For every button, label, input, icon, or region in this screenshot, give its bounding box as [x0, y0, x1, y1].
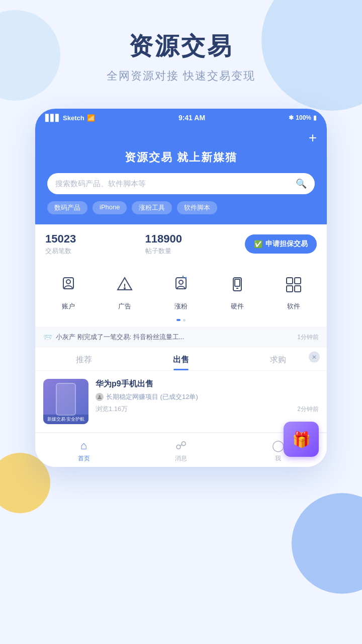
- search-bar[interactable]: 搜索数码产品、软件脚本等 🔍: [47, 173, 315, 194]
- dot-active: [176, 319, 180, 321]
- dot-indicators: [35, 315, 327, 327]
- category-account-label: 账户: [62, 302, 75, 311]
- phone-silhouette: [56, 383, 76, 416]
- svg-point-1: [66, 280, 70, 284]
- status-right: ✱ 100% ▮: [289, 114, 317, 121]
- listing-time: 2分钟前: [297, 405, 319, 414]
- nav-message-label: 消息: [175, 454, 187, 463]
- svg-point-4: [124, 288, 125, 289]
- ticker-time: 1分钟前: [297, 333, 319, 342]
- listing-meta: 浏览1.16万 2分钟前: [96, 401, 319, 414]
- category-ad[interactable]: 广告: [112, 272, 138, 311]
- stat-posts: 118900 帖子数量: [145, 232, 245, 256]
- tag-chips: 数码产品 iPhone 涨粉工具 软件脚本: [45, 201, 317, 214]
- nav-home-label: 首页: [78, 454, 90, 463]
- dot-inactive: [183, 319, 186, 321]
- plus-button[interactable]: +: [309, 130, 317, 146]
- nav-profile[interactable]: ◯ 我: [272, 439, 285, 463]
- stat-trades: 15023 交易笔数: [45, 232, 145, 256]
- nav-message[interactable]: ☍ 消息: [175, 439, 187, 463]
- ticker-text: 小灰产 刚完成了一笔交易: 抖音粉丝流量工...: [56, 333, 293, 342]
- stats-row: 15023 交易笔数 118900 帖子数量 ✅ 申请担保交易: [35, 224, 327, 264]
- software-icon: [281, 272, 307, 298]
- listing-info: 华为p9手机出售 长期稳定网赚项目 (已成交12单) 浏览1.16万 2分钟前: [96, 379, 319, 414]
- posts-number: 118900: [145, 232, 245, 246]
- tab-sell[interactable]: 出售: [173, 355, 189, 370]
- chip-fans[interactable]: 涨粉工具: [132, 201, 172, 214]
- trades-number: 15023: [45, 232, 145, 246]
- nav-profile-label: 我: [275, 454, 281, 463]
- signal-icon: ▋▋▋: [45, 114, 60, 122]
- trades-label: 交易笔数: [45, 247, 145, 256]
- page-header: 资源交易 全网资源对接 快速交易变现: [0, 0, 362, 94]
- listing-seller: 长期稳定网赚项目 (已成交12单): [96, 392, 319, 401]
- category-row: 账户 广告: [35, 264, 327, 315]
- seller-name: 长期稳定网赚项目 (已成交12单): [106, 392, 198, 401]
- ad-icon: [112, 272, 138, 298]
- fans-icon: [168, 272, 194, 298]
- chip-iphone[interactable]: iPhone: [93, 201, 127, 214]
- svg-point-16: [99, 395, 101, 397]
- home-icon: ⌂: [80, 439, 87, 452]
- search-placeholder: 搜索数码产品、软件脚本等: [55, 179, 296, 189]
- category-hardware[interactable]: 硬件: [224, 272, 250, 311]
- carrier-name: Sketch: [63, 114, 84, 122]
- tab-close-button[interactable]: ✕: [309, 351, 320, 362]
- account-icon: [55, 272, 81, 298]
- tab-buy-label: 求购: [270, 355, 286, 364]
- promo-badge-icon: 🎁: [284, 422, 319, 457]
- phone-frame: ▋▋▋ Sketch 📶 9:41 AM ✱ 100% ▮ + 资源交易 就上新…: [35, 109, 327, 467]
- phone-wrapper: ▋▋▋ Sketch 📶 9:41 AM ✱ 100% ▮ + 资源交易 就上新…: [0, 109, 362, 467]
- ticker-icon: 📨: [43, 333, 52, 341]
- page-subtitle: 全网资源对接 快速交易变现: [0, 68, 362, 84]
- promo-badge[interactable]: 🎁: [284, 422, 319, 457]
- svg-point-6: [179, 280, 183, 284]
- svg-rect-10: [235, 279, 240, 286]
- svg-rect-15: [295, 286, 301, 292]
- svg-rect-13: [295, 278, 301, 284]
- app-header-top: +: [45, 130, 317, 146]
- category-software[interactable]: 软件: [281, 272, 307, 311]
- category-hardware-label: 硬件: [231, 302, 244, 311]
- tab-row: 推荐 出售 求购 ✕: [35, 348, 327, 371]
- posts-label: 帖子数量: [145, 247, 245, 256]
- status-time: 9:41 AM: [178, 114, 205, 122]
- svg-rect-12: [287, 278, 293, 284]
- status-bar: ▋▋▋ Sketch 📶 9:41 AM ✱ 100% ▮: [35, 109, 327, 125]
- app-header: + 资源交易 就上新媒猫 搜索数码产品、软件脚本等 🔍 数码产品 iPhone …: [35, 125, 327, 224]
- tab-recommend-label: 推荐: [76, 355, 92, 364]
- listing-image: 新媒交易·安全护航: [43, 379, 88, 424]
- profile-icon: ◯: [272, 439, 285, 452]
- tab-buy[interactable]: 求购: [270, 355, 286, 370]
- svg-rect-14: [287, 286, 293, 292]
- message-icon: ☍: [175, 439, 187, 452]
- category-fans-label: 涨粉: [174, 302, 188, 311]
- seller-avatar: [96, 393, 104, 401]
- bluetooth-icon: ✱: [289, 114, 294, 121]
- category-fans[interactable]: 涨粉: [168, 272, 194, 311]
- listing-views: 浏览1.16万: [96, 405, 128, 414]
- listing-image-label: 新媒交易·安全护航: [43, 415, 88, 424]
- app-header-title: 资源交易 就上新媒猫: [45, 150, 317, 165]
- status-left: ▋▋▋ Sketch 📶: [45, 114, 95, 122]
- tab-recommend[interactable]: 推荐: [76, 355, 92, 370]
- wifi-icon: 📶: [87, 114, 95, 122]
- hardware-icon: [224, 272, 250, 298]
- listing-card[interactable]: 新媒交易·安全护航 华为p9手机出售 长期稳定网赚项目 (已成交12单) 浏览1…: [35, 371, 327, 433]
- page-title: 资源交易: [0, 30, 362, 62]
- guarantee-button[interactable]: ✅ 申请担保交易: [245, 234, 317, 254]
- guarantee-label: 申请担保交易: [265, 239, 308, 249]
- search-icon[interactable]: 🔍: [296, 178, 307, 189]
- tab-sell-label: 出售: [173, 355, 189, 364]
- shield-icon: ✅: [254, 240, 262, 248]
- bg-blob-bottom-right: [292, 493, 362, 594]
- chip-software[interactable]: 软件脚本: [177, 201, 217, 214]
- category-ad-label: 广告: [118, 302, 131, 311]
- bottom-nav: ⌂ 首页 ☍ 消息 ◯ 我: [35, 433, 327, 467]
- nav-home[interactable]: ⌂ 首页: [78, 439, 90, 463]
- battery-icon: ▮: [313, 114, 317, 121]
- category-account[interactable]: 账户: [55, 272, 81, 311]
- listing-title: 华为p9手机出售: [96, 379, 319, 389]
- ticker: 📨 小灰产 刚完成了一笔交易: 抖音粉丝流量工... 1分钟前: [35, 327, 327, 348]
- chip-digital[interactable]: 数码产品: [47, 201, 87, 214]
